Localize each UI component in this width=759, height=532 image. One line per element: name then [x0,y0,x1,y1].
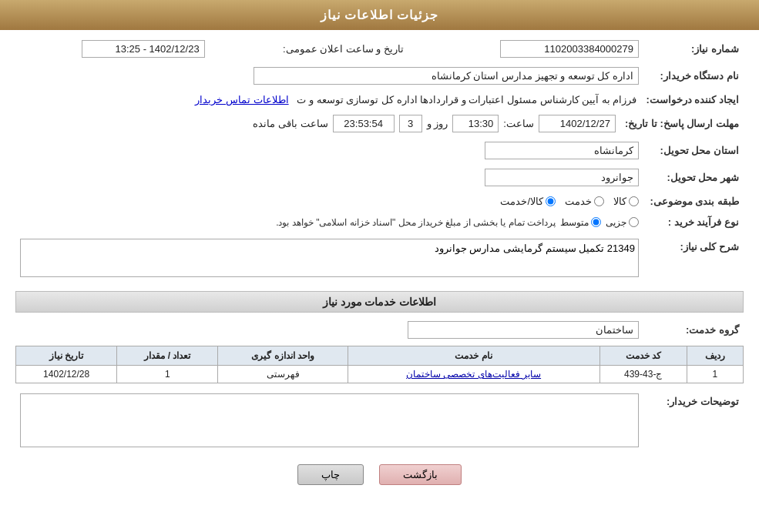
radio-jozyi-label: جزیی [606,217,626,228]
cell-tarikh: 1402/12/28 [16,366,117,383]
radio-khadamat-input[interactable] [594,196,604,206]
mohlat-label: مهلت ارسال پاسخ: تا تاریخ: [620,112,744,135]
radio-motavasset-input[interactable] [591,217,601,227]
services-table: ردیف کد خدمت نام خدمت واحد اندازه گیری ت… [15,346,744,383]
radio-khadamat[interactable]: خدمت [565,196,604,207]
sharh-label: شرح کلی نیاز: [643,236,744,282]
tozihat-label: توضیحات خریدار: [643,391,744,452]
col-vahed: واحد اندازه گیری [218,346,348,366]
ostan-value: کرمانشاه [485,142,639,159]
cell-nam: سایر فعالیت‌های تخصصی ساختمان [348,366,599,383]
gorohe-khadamat-label: گروه خدمت: [643,319,744,341]
table-row: 1 ج-43-439 سایر فعالیت‌های تخصصی ساختمان… [16,366,744,383]
ijad-konande-value: فرزام به آیین کارشناس مسئول اعتبارات و ق… [297,94,636,105]
col-kod: کد خدمت [599,346,687,366]
shomara-niaz-label: شماره نیاز: [643,38,744,60]
tarikh-saat-value: 1402/12/23 - 13:25 [82,40,205,58]
mohlat-roz-label: روز و [427,118,448,129]
radio-kala-khadamat-input[interactable] [546,196,556,206]
radio-jozyi[interactable]: جزیی [606,217,639,228]
page-title: جزئیات اطلاعات نیاز [0,0,759,30]
radio-khadamat-label: خدمت [565,196,592,207]
col-tarikh: تاریخ نیاز [16,346,117,366]
cell-vahed: فهرستی [218,366,348,383]
col-nam: نام خدمت [348,346,599,366]
tozihat-value[interactable] [20,393,639,447]
radio-motavasset-label: متوسط [560,217,589,228]
tarikh-saat-label: تاریخ و ساعت اعلان عمومی: [210,38,427,60]
mohlat-date-value: 1402/12/27 [539,115,616,132]
noue-desc: پرداخت تمام یا بخشی از مبلغ خریداز محل "… [276,217,556,228]
back-button[interactable]: بازگشت [379,464,462,485]
radio-kala-input[interactable] [629,196,639,206]
services-section-title: اطلاعات خدمات مورد نیاز [15,291,744,313]
radio-kala-khadamat[interactable]: کالا/خدمت [500,196,556,207]
mohlat-roz-value: 3 [399,115,422,132]
cell-radif: 1 [687,366,743,383]
nam-dastgah-value: اداره کل توسعه و تجهیز مدارس استان کرمان… [254,67,639,85]
mohlat-countdown-value: 23:53:54 [333,115,395,132]
button-row: بازگشت چاپ [15,464,744,485]
mohlat-saat-value: 13:30 [452,115,499,132]
col-tedad: تعداد / مقدار [117,346,218,366]
radio-kala-khadamat-label: کالا/خدمت [500,196,543,207]
nam-dastgah-label: نام دستگاه خریدار: [643,65,744,87]
noue-farayand-label: نوع فرآیند خرید : [643,214,744,230]
ijad-konande-link[interactable]: اطلاعات تماس خریدار [195,94,288,105]
cell-kod: ج-43-439 [599,366,687,383]
ijad-konande-label: ایجاد کننده درخواست: [641,92,744,108]
radio-kala-label: کالا [613,196,626,207]
shomara-niaz-value: 1102003384000279 [500,40,639,58]
radio-jozyi-input[interactable] [629,217,639,227]
cell-tedad: 1 [117,366,218,383]
ostan-label: استان محل تحویل: [643,139,744,162]
gorohe-khadamat-value: ساختمان [408,321,639,339]
mohlat-baqi-label: ساعت باقی مانده [253,118,327,129]
shahr-value: جوانرود [485,169,639,186]
mohlat-saat-label: ساعت: [503,118,534,129]
col-radif: ردیف [687,346,743,366]
radio-motavasset[interactable]: متوسط [560,217,601,228]
shahr-label: شهر محل تحویل: [643,166,744,189]
print-button[interactable]: چاپ [297,464,364,485]
tabaqe-label: طبقه بندی موضوعی: [643,193,744,209]
radio-kala[interactable]: کالا [613,196,639,207]
sharh-value[interactable] [20,239,639,277]
